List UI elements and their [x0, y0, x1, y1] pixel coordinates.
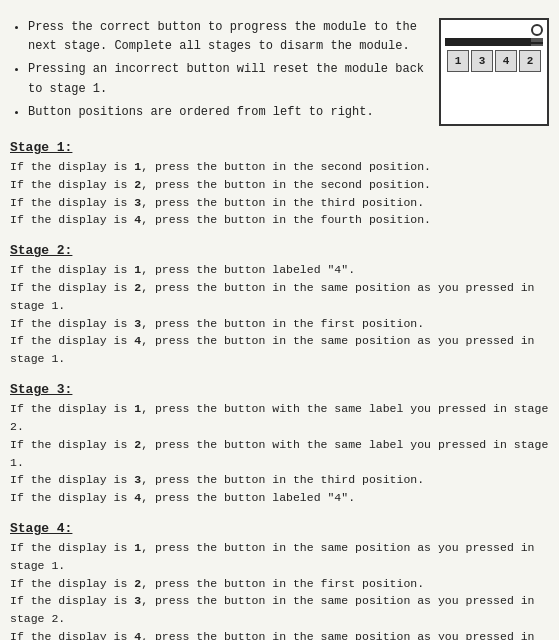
- display-value: 3: [134, 594, 141, 607]
- stage-3-rule-1: If the display is 1, press the button wi…: [10, 400, 549, 436]
- module-screen: [445, 38, 543, 46]
- intro-bullet: Press the correct button to progress the…: [28, 18, 429, 56]
- module-button[interactable]: 4: [495, 50, 517, 72]
- display-value: 1: [134, 402, 141, 415]
- display-value: 1: [134, 160, 141, 173]
- display-value: 2: [134, 178, 141, 191]
- stage-3-rule-3: If the display is 3, press the button in…: [10, 471, 549, 489]
- display-value: 2: [134, 438, 141, 451]
- display-value: 4: [134, 213, 141, 226]
- intro-bullets: Press the correct button to progress the…: [28, 18, 429, 122]
- stage-1-rule-3: If the display is 3, press the button in…: [10, 194, 549, 212]
- module-buttons: 1342: [445, 50, 543, 72]
- module-display: 1342: [439, 18, 549, 126]
- stage-3-section: Stage 3:If the display is 1, press the b…: [10, 382, 549, 507]
- intro-bullet: Button positions are ordered from left t…: [28, 103, 429, 122]
- stage-2-rule-1: If the display is 1, press the button la…: [10, 261, 549, 279]
- module-button[interactable]: 3: [471, 50, 493, 72]
- intro-bullet: Pressing an incorrect button will reset …: [28, 60, 429, 98]
- stage-4-rule-1: If the display is 1, press the button in…: [10, 539, 549, 575]
- stage-1-rule-1: If the display is 1, press the button in…: [10, 158, 549, 176]
- stage-1-rule-2: If the display is 2, press the button in…: [10, 176, 549, 194]
- stage-1-rule-4: If the display is 4, press the button in…: [10, 211, 549, 229]
- stage-2-rule-2: If the display is 2, press the button in…: [10, 279, 549, 315]
- stage-3-rule-2: If the display is 2, press the button wi…: [10, 436, 549, 472]
- display-value: 2: [134, 577, 141, 590]
- display-value: 4: [134, 630, 141, 640]
- display-value: 3: [134, 317, 141, 330]
- stage-2-section: Stage 2:If the display is 1, press the b…: [10, 243, 549, 368]
- stage-1-title: Stage 1:: [10, 140, 549, 155]
- module-button[interactable]: 2: [519, 50, 541, 72]
- display-value: 4: [134, 334, 141, 347]
- stage-4-title: Stage 4:: [10, 521, 549, 536]
- stage-2-title: Stage 2:: [10, 243, 549, 258]
- display-value: 3: [134, 473, 141, 486]
- intro-text: Press the correct button to progress the…: [10, 18, 429, 126]
- indicator-circle: [531, 24, 543, 36]
- display-value: 3: [134, 196, 141, 209]
- display-value: 1: [134, 541, 141, 554]
- screen-stripe: [531, 38, 543, 46]
- display-value: 2: [134, 281, 141, 294]
- stage-3-rule-4: If the display is 4, press the button la…: [10, 489, 549, 507]
- stage-1-section: Stage 1:If the display is 1, press the b…: [10, 140, 549, 229]
- stage-2-rule-3: If the display is 3, press the button in…: [10, 315, 549, 333]
- stage-4-section: Stage 4:If the display is 1, press the b…: [10, 521, 549, 640]
- module-button[interactable]: 1: [447, 50, 469, 72]
- display-value: 4: [134, 491, 141, 504]
- stage-4-rule-3: If the display is 3, press the button in…: [10, 592, 549, 628]
- display-value: 1: [134, 263, 141, 276]
- stage-4-rule-2: If the display is 2, press the button in…: [10, 575, 549, 593]
- stage-2-rule-4: If the display is 4, press the button in…: [10, 332, 549, 368]
- stage-4-rule-4: If the display is 4, press the button in…: [10, 628, 549, 640]
- stages-container: Stage 1:If the display is 1, press the b…: [10, 140, 549, 640]
- stage-3-title: Stage 3:: [10, 382, 549, 397]
